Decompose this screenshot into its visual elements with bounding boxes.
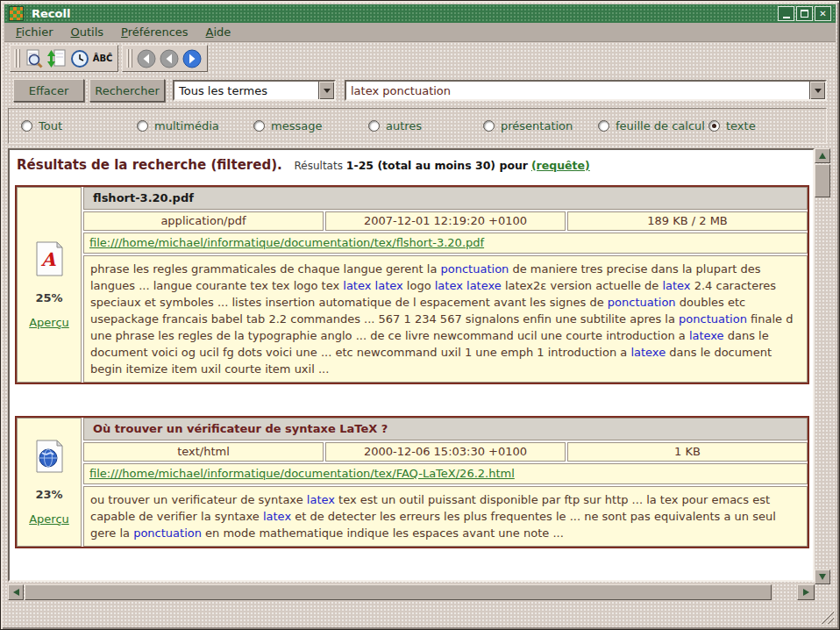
result-metadata-row: text/html2000-12-06 15:03:30 +01001 KB — [83, 442, 808, 462]
results-label: Résultats — [295, 160, 343, 172]
resize-grip[interactable] — [819, 609, 834, 624]
highlighted-term: latex latex — [343, 279, 402, 292]
radio-button-icon — [483, 120, 495, 132]
triangle-right-icon — [803, 589, 809, 596]
document-history-button[interactable] — [68, 47, 91, 69]
maximize-icon — [801, 10, 808, 18]
sort-parameters-button[interactable] — [46, 47, 68, 69]
toolbar-handle-icon[interactable] — [14, 49, 20, 68]
menu-item-aide[interactable]: Aide — [200, 24, 238, 40]
highlighted-term: latex — [662, 279, 690, 292]
radio-button-icon — [598, 120, 609, 132]
scroll-left-button[interactable] — [8, 584, 24, 600]
clear-button[interactable]: Effacer — [13, 79, 84, 102]
query-link[interactable]: (requête) — [531, 159, 590, 172]
svg-text:A: A — [40, 248, 56, 270]
filter-radio-autres[interactable]: autres — [368, 119, 422, 132]
results-range: 1-25 (total au moins 30) pour — [346, 159, 528, 172]
search-mode-combobox[interactable]: Tous les termes — [173, 80, 336, 101]
results-horizontal-scrollbar[interactable] — [8, 584, 815, 600]
relevance-percent: 25% — [35, 291, 62, 304]
relevance-percent: 23% — [35, 488, 62, 501]
filter-label: présentation — [501, 119, 573, 132]
toolbar-group-tools: ÂBĈ — [10, 45, 118, 72]
highlighted-term: ponctuation — [441, 262, 509, 276]
result-metadata-row: application/pdf2007-12-01 12:19:20 +0100… — [83, 211, 808, 231]
vertical-scroll-thumb[interactable] — [815, 164, 830, 197]
close-icon: ✕ — [819, 10, 826, 18]
radio-button-icon — [137, 120, 148, 132]
toolbar-handle-icon[interactable] — [126, 49, 132, 68]
toolbar-group-navigation — [122, 45, 208, 72]
menu-item-fichier[interactable]: Fichier — [10, 24, 60, 40]
menu-accelerator: A — [206, 25, 214, 39]
result-date: 2000-12-06 15:03:30 +0100 — [325, 442, 566, 462]
chevron-down-icon — [815, 89, 822, 93]
highlighted-term: latex — [263, 510, 291, 523]
snippet-text: latex2ε version actuelle de — [502, 279, 663, 292]
advanced-search-button[interactable] — [23, 47, 46, 69]
result-date: 2007-12-01 12:19:20 +0100 — [325, 211, 566, 231]
results-title: Résultats de la recherche (filtered). — [17, 157, 282, 173]
titlebar[interactable]: Recoll ✕ — [4, 4, 836, 23]
highlighted-term: ponctuation — [679, 312, 747, 326]
search-button[interactable]: Rechercher — [89, 79, 165, 102]
preview-link[interactable]: Aperçu — [29, 316, 69, 329]
search-query-combobox[interactable] — [345, 80, 827, 101]
filter-radio-multimedia[interactable]: multimédia — [137, 119, 219, 132]
search-query-input[interactable] — [346, 83, 809, 98]
result-title: flshort-3.20.pdf — [83, 187, 808, 210]
result-item: A25%Aperçuflshort-3.20.pdfapplication/pd… — [15, 185, 809, 384]
filter-radio-tout[interactable]: Tout — [21, 119, 62, 132]
filter-radio-message[interactable]: message — [253, 119, 322, 132]
maximize-button[interactable] — [796, 6, 813, 21]
highlighted-term: latexe — [689, 329, 724, 342]
filter-label: texte — [726, 119, 756, 132]
scroll-right-button[interactable] — [797, 584, 815, 600]
filter-radio-feuille-de-calcul[interactable]: feuille de calcul — [598, 119, 705, 132]
results-vertical-scrollbar[interactable] — [815, 148, 830, 584]
results-header: Résultats de la recherche (filtered). Ré… — [10, 150, 813, 175]
result-snippet: ou trouver un verificateur de syntaxe la… — [83, 486, 808, 547]
term-explorer-button[interactable]: ÂBĈ — [91, 47, 114, 69]
result-url-row: file:///home/michael/informatique/docume… — [83, 233, 808, 254]
filter-label: Tout — [39, 119, 62, 132]
filter-radio-presentation[interactable]: présentation — [483, 119, 573, 132]
first-page-button[interactable] — [135, 47, 158, 69]
minimize-icon — [783, 17, 790, 18]
toolbar: ÂBĈ — [4, 42, 836, 73]
minimize-button[interactable] — [778, 6, 794, 21]
triangle-up-icon — [819, 153, 826, 159]
window-title: Recoll — [32, 7, 70, 20]
menu-item-outils[interactable]: Outils — [65, 24, 110, 40]
search-mode-dropdown-button[interactable] — [318, 82, 334, 99]
result-mime: text/html — [83, 442, 324, 462]
search-row: Effacer Rechercher Tous les termes — [4, 73, 836, 108]
radio-button-icon — [368, 120, 380, 132]
result-title: Où trouver un vérificateur de syntaxe La… — [83, 418, 808, 440]
snippet-text: phrase les regles grammaticales de chaqu… — [90, 262, 441, 276]
highlighted-term: latex — [307, 493, 335, 506]
menu-item-preferences[interactable]: Préférences — [115, 24, 194, 40]
snippet-text: ou trouver un verificateur de syntaxe — [90, 493, 307, 506]
search-query-dropdown-button[interactable] — [809, 82, 825, 99]
close-button[interactable]: ✕ — [815, 6, 831, 21]
radio-button-icon — [253, 120, 265, 132]
result-size: 1 KB — [567, 442, 808, 462]
sort-parameters-icon — [46, 48, 68, 69]
highlighted-term: latex latexe — [435, 279, 502, 292]
previous-page-button[interactable] — [158, 47, 181, 69]
filter-label: multimédia — [154, 119, 219, 132]
filter-radio-texte[interactable]: texte — [708, 119, 756, 132]
preview-link[interactable]: Aperçu — [29, 512, 69, 526]
horizontal-scroll-thumb[interactable] — [25, 584, 772, 600]
advanced-search-icon — [24, 48, 45, 69]
scroll-up-button[interactable] — [815, 148, 830, 163]
scroll-down-button[interactable] — [815, 569, 830, 584]
result-item: 23%AperçuOù trouver un vérificateur de s… — [15, 416, 809, 548]
term-explorer-icon: ÂBĈ — [93, 54, 113, 63]
results-area[interactable]: Résultats de la recherche (filtered). Ré… — [8, 148, 815, 582]
result-url-link[interactable]: file:///home/michael/informatique/docume… — [89, 236, 484, 249]
next-page-button[interactable] — [181, 47, 203, 69]
result-url-link[interactable]: file:///home/michael/informatique/docume… — [89, 467, 515, 480]
